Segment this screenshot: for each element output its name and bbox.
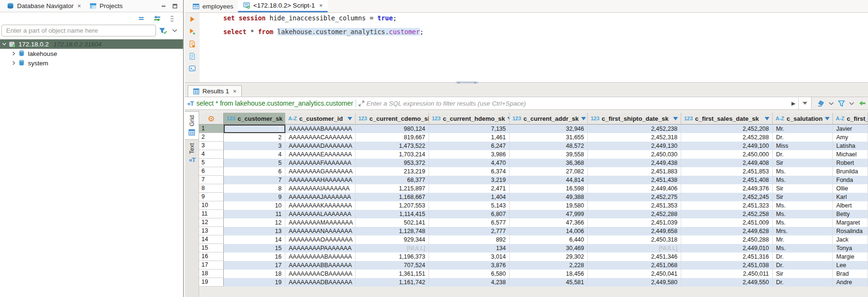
- grid-cell[interactable]: 5: [224, 159, 285, 167]
- chevron-down-icon[interactable]: [170, 27, 179, 35]
- grid-cell[interactable]: 2,450,288: [681, 235, 773, 244]
- grid-cell[interactable]: 7: [224, 176, 285, 184]
- grid-cell[interactable]: 3,219: [429, 176, 510, 184]
- grid-cell[interactable]: 2,452,238: [588, 125, 681, 133]
- grid-cell[interactable]: 30,469: [510, 244, 588, 252]
- grid-cell[interactable]: 2,451,038: [681, 261, 773, 270]
- grid-cell[interactable]: 15: [224, 244, 285, 252]
- row-number[interactable]: 8: [199, 184, 224, 193]
- collapse-all-icon[interactable]: [137, 15, 146, 22]
- grid-cell[interactable]: Amy: [833, 133, 868, 142]
- grid-cell[interactable]: AAAAAAAANAAAAAAA: [285, 227, 356, 235]
- grid-cell[interactable]: 1,161,742: [356, 278, 429, 287]
- sql-code-area[interactable]: set session hide_inaccessible_columns = …: [223, 15, 424, 36]
- grid-cell[interactable]: Dr.: [773, 133, 833, 142]
- grid-cell[interactable]: Ms.: [773, 167, 833, 176]
- row-number[interactable]: 3: [199, 142, 224, 150]
- link-with-editor-icon[interactable]: [153, 15, 161, 22]
- grid-cell[interactable]: 18,456: [510, 270, 588, 278]
- execute-script-icon[interactable]: [188, 40, 196, 48]
- grid-cell[interactable]: 6: [224, 167, 285, 176]
- grid-cell[interactable]: 12: [224, 218, 285, 227]
- grid-cell[interactable]: AAAAAAAAIAAAAAAA: [285, 184, 356, 193]
- column-header-c_current_hdemo_sk[interactable]: 123c_current_hdemo_sk: [429, 113, 510, 125]
- sort-dropdown-icon[interactable]: [765, 117, 769, 120]
- tree-item-172.18.0.2[interactable]: 172.18.0.2172.18.0.2:31604: [0, 39, 183, 49]
- grid-cell[interactable]: 1,168,667: [356, 193, 429, 201]
- editor-tab-employees[interactable]: employees: [188, 0, 238, 12]
- grid-cell[interactable]: 29,302: [510, 252, 588, 261]
- grid-cell[interactable]: AAAAAAAABAAAAAAA: [285, 125, 356, 133]
- grid-cell[interactable]: 45,581: [510, 278, 588, 287]
- grid-cell[interactable]: 2,451,316: [681, 252, 773, 261]
- grid-cell[interactable]: 2,450,041: [588, 270, 681, 278]
- collapse-chevron-icon[interactable]: [11, 61, 17, 65]
- grid-cell[interactable]: 13: [224, 227, 285, 235]
- grid-cell[interactable]: 1,703,214: [356, 150, 429, 159]
- grid-cell[interactable]: AAAAAAAAPAAAAAAA: [285, 244, 356, 252]
- grid-cell[interactable]: AAAAAAAADBAAAAAA: [285, 278, 356, 287]
- grid-cell[interactable]: 1,473,522: [356, 142, 429, 150]
- column-header-c_customer_sk[interactable]: 123c_customer_sk: [224, 113, 285, 125]
- grid-cell[interactable]: 5,143: [429, 201, 510, 210]
- grid-cell[interactable]: Dr.: [773, 252, 833, 261]
- grid-cell[interactable]: 213,219: [356, 167, 429, 176]
- grid-cell[interactable]: 48,572: [510, 142, 588, 150]
- grid-cell[interactable]: 3,876: [429, 261, 510, 270]
- grid-cell[interactable]: Javier: [833, 125, 868, 133]
- column-header-c_customer_id[interactable]: A-Zc_customer_id: [285, 113, 356, 125]
- row-number[interactable]: 16: [199, 252, 224, 261]
- close-icon[interactable]: ×: [319, 2, 323, 9]
- grid-cell[interactable]: 2,449,628: [681, 227, 773, 235]
- grid-cell[interactable]: 2,451,009: [681, 218, 773, 227]
- grid-cell[interactable]: 3: [224, 142, 285, 150]
- sort-dropdown-icon[interactable]: [347, 117, 352, 120]
- filter-history-dropdown[interactable]: [798, 97, 811, 109]
- grid-cell[interactable]: Miss: [773, 142, 833, 150]
- column-header-c_first_na[interactable]: A-Zc_first_na: [833, 113, 868, 125]
- row-number[interactable]: 19: [199, 278, 224, 287]
- grid-cell[interactable]: Fonda: [833, 176, 868, 184]
- grid-cell[interactable]: 2,449,408: [681, 159, 773, 167]
- grid-cell[interactable]: Betty: [833, 210, 868, 218]
- grid-cell[interactable]: Lee: [833, 261, 868, 270]
- grid-cell[interactable]: 2,449,406: [588, 184, 681, 193]
- grid-cell[interactable]: 19,580: [510, 201, 588, 210]
- grid-cell[interactable]: AAAAAAAADAAAAAAA: [285, 142, 356, 150]
- grid-cell[interactable]: 2,451,039: [588, 218, 681, 227]
- grid-cell[interactable]: 2,449,100: [681, 142, 773, 150]
- grid-cell[interactable]: 18: [224, 270, 285, 278]
- grid-cell[interactable]: Albert: [833, 201, 868, 210]
- column-header-c_salutation[interactable]: A-Zc_salutation: [773, 113, 833, 125]
- grid-cell[interactable]: 1,215,897: [356, 184, 429, 193]
- row-number[interactable]: 18: [199, 270, 224, 278]
- close-icon[interactable]: ×: [77, 2, 81, 9]
- execute-statement-icon[interactable]: [188, 15, 196, 23]
- row-number[interactable]: 7: [199, 176, 224, 184]
- maximize-filter-icon[interactable]: [358, 100, 365, 107]
- grid-cell[interactable]: AAAAAAAALAAAAAAA: [285, 210, 356, 218]
- grid-cell[interactable]: 49,388: [510, 193, 588, 201]
- grid-cell[interactable]: Ms.: [773, 201, 833, 210]
- grid-cell[interactable]: AAAAAAAAEAAAAAAA: [285, 150, 356, 159]
- grid-cell[interactable]: Mrs.: [773, 227, 833, 235]
- grid-cell[interactable]: AAAAAAAAABAAAAAA: [285, 252, 356, 261]
- chevron-down-icon[interactable]: [829, 102, 834, 105]
- grid-cell[interactable]: 2,449,658: [588, 227, 681, 235]
- sort-dropdown-icon[interactable]: [825, 117, 830, 120]
- grid-cell[interactable]: AAAAAAAAKAAAAAAA: [285, 201, 356, 210]
- grid-cell[interactable]: 134: [429, 244, 510, 252]
- grid-cell[interactable]: 2,452,245: [681, 193, 773, 201]
- grid-cell[interactable]: Sir: [773, 159, 833, 167]
- grid-cell[interactable]: Ms.: [773, 176, 833, 184]
- grid-cell[interactable]: 4,238: [429, 278, 510, 287]
- grid-cell[interactable]: Robert: [833, 159, 868, 167]
- grid-cell[interactable]: 2,450,318: [588, 235, 681, 244]
- erase-filter-icon[interactable]: [817, 99, 825, 107]
- grid-cell[interactable]: 2,450,030: [588, 150, 681, 159]
- grid-cell[interactable]: 6,807: [429, 210, 510, 218]
- row-number[interactable]: 2: [199, 133, 224, 142]
- grid-cell[interactable]: 6,440: [510, 235, 588, 244]
- filter-settings-icon[interactable]: [838, 100, 845, 107]
- grid-cell[interactable]: Mr.: [773, 235, 833, 244]
